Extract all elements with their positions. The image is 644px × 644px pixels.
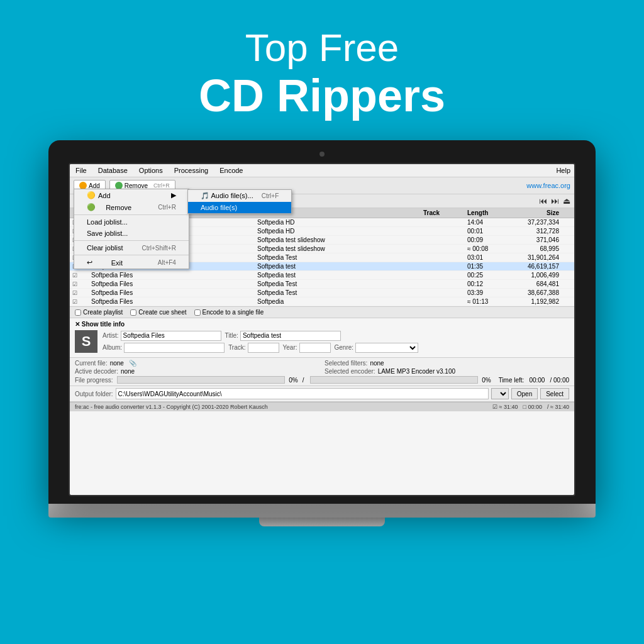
laptop-base	[48, 504, 596, 518]
row-size: 46,619,157	[511, 263, 562, 270]
row-title: Softpedia Test	[257, 254, 423, 261]
hero-line2: CD Rippers	[199, 70, 445, 121]
select-button[interactable]: Select	[540, 388, 569, 399]
row-title: Softpedia Test	[257, 289, 423, 296]
output-path-input[interactable]	[116, 388, 489, 399]
row-size: 312,728	[511, 228, 562, 235]
time-right-value: / 00:00	[550, 377, 569, 384]
menu-file[interactable]: File	[74, 166, 89, 175]
menu-database[interactable]: Database	[96, 166, 130, 175]
row-length: 03:01	[467, 254, 511, 261]
row-check[interactable]: ☑	[72, 299, 91, 305]
row-title: Softpedia test	[257, 263, 423, 270]
row-check[interactable]: ☑	[72, 290, 91, 296]
submenu-audio-files[interactable]: Audio file(s)	[188, 202, 291, 213]
row-size: 38,667,388	[511, 289, 562, 296]
skip-end-button[interactable]: ⏭	[551, 196, 559, 206]
genre-select[interactable]	[355, 343, 418, 353]
album-label: Album:	[103, 344, 122, 351]
create-playlist-checkbox[interactable]	[75, 309, 81, 316]
file-row[interactable]: ☑ Softpedia Files Softpedia Test 03:39 3…	[70, 289, 574, 297]
laptop-screen: File Database Options Processing Encode …	[69, 163, 575, 496]
row-title: Softpedia	[257, 298, 423, 305]
create-cue-sheet-checkbox[interactable]	[130, 309, 136, 316]
file-row[interactable]: ☑ Softpedia Files Softpedia Test 00:12 6…	[70, 280, 574, 289]
row-size: 68,995	[511, 245, 562, 252]
menu-processing[interactable]: Processing	[172, 166, 210, 175]
file-row[interactable]: ☑ Softpedia Files Softpedia test 00:25 1…	[70, 271, 574, 280]
title-info-toggle[interactable]: ✕ Show title info	[75, 321, 569, 328]
status-bar: fre:ac - free audio converter v1.1.3 - C…	[70, 402, 574, 411]
laptop-stand	[259, 518, 385, 526]
dropdown-remove[interactable]: 🟢 Remove Ctrl+R	[74, 201, 189, 213]
website-link[interactable]: www.freac.org	[526, 182, 570, 189]
time-left-value: 00:00	[529, 377, 545, 384]
row-length: 00:01	[467, 228, 511, 235]
file-progress-row: File progress: 0% / 0% Time left: 00:00 …	[75, 376, 569, 384]
file-dropdown-menu: 🟡 Add ▶ 🎵 Audio file(s)... Ctrl+F Audio …	[74, 189, 189, 269]
row-title: Softpedia HD	[257, 228, 423, 235]
track-input[interactable]	[248, 343, 279, 353]
output-path-dropdown[interactable]	[491, 388, 509, 399]
dropdown-exit[interactable]: ↩ Exit Alt+F4	[74, 257, 189, 269]
status-bar-count3: / ≈ 31:40	[547, 404, 569, 410]
create-cue-sheet-option[interactable]: Create cue sheet	[130, 309, 186, 316]
create-playlist-option[interactable]: Create playlist	[75, 309, 123, 316]
divider1	[74, 214, 189, 215]
track-label: Track:	[228, 344, 245, 351]
year-field-group: Year:	[283, 343, 331, 353]
title-label: Title:	[225, 332, 238, 339]
row-check[interactable]: ☑	[72, 281, 91, 287]
file-dropdown: 🟡 Add ▶ 🎵 Audio file(s)... Ctrl+F Audio …	[74, 189, 189, 269]
menu-help[interactable]: Help	[556, 167, 570, 174]
skip-start-button[interactable]: ⏮	[539, 196, 547, 206]
row-size: 31,901,264	[511, 254, 562, 261]
current-file-value: none	[110, 360, 124, 367]
row-length: 00:25	[467, 272, 511, 279]
active-decoder-label: Active decoder:	[75, 368, 118, 375]
open-button[interactable]: Open	[511, 388, 538, 399]
year-input[interactable]	[299, 343, 331, 353]
row-artist: Softpedia Files	[91, 272, 257, 279]
row-title: Softpedia HD	[257, 219, 423, 226]
row-check[interactable]: ☑	[72, 272, 91, 279]
title-info-toggle-label: ✕ Show title info	[75, 321, 125, 328]
dropdown-save-joblist[interactable]: Save joblist...	[74, 228, 189, 239]
file-row[interactable]: ☑ Softpedia Files Softpedia ≈ 01:13 1,19…	[70, 297, 574, 306]
eject-button[interactable]: ⏏	[563, 196, 570, 206]
row-length: 00:12	[467, 280, 511, 287]
status-bar-count1: ☑ ≈ 31:40	[492, 404, 518, 410]
encode-single-label: Encode to a single file	[203, 309, 264, 316]
dropdown-clear-joblist[interactable]: Clear joblist Ctrl+Shift+R	[74, 242, 189, 253]
row-artist: Softpedia Files	[91, 298, 257, 305]
title-input[interactable]	[240, 331, 341, 341]
file-progress-pct: 0%	[289, 377, 297, 384]
file-progress-label: File progress:	[75, 377, 113, 384]
submenu-audio-files-shortcut[interactable]: 🎵 Audio file(s)... Ctrl+F	[188, 190, 291, 202]
output-folder-label: Output folder:	[75, 391, 113, 397]
artist-label: Artist:	[103, 332, 119, 339]
title-field-group: Title:	[225, 331, 341, 341]
current-file-row: Current file: none 📎	[75, 360, 319, 367]
hero-section: Top Free CD Rippers	[199, 0, 445, 121]
album-input[interactable]	[124, 343, 225, 353]
divider3	[74, 255, 189, 255]
create-cue-sheet-label: Create cue sheet	[138, 309, 186, 316]
dropdown-load-joblist[interactable]: Load joblist...	[74, 216, 189, 228]
row-length: 01:35	[467, 263, 511, 270]
file-icon: 📎	[129, 360, 136, 367]
encode-single-option[interactable]: Encode to a single file	[194, 309, 264, 316]
col-track: Track	[423, 209, 467, 216]
album-field-group: Album:	[103, 343, 225, 353]
encode-single-checkbox[interactable]	[194, 309, 201, 316]
avatar-letter: S	[82, 333, 91, 350]
dropdown-add[interactable]: 🟡 Add ▶ 🎵 Audio file(s)... Ctrl+F Audio …	[74, 189, 189, 201]
menu-options[interactable]: Options	[137, 166, 165, 175]
remove-icon: 🟢	[87, 203, 96, 211]
artist-input[interactable]	[121, 331, 221, 341]
file-progress-separator: /	[303, 377, 304, 384]
row-title: Softpedia test slideshow	[257, 245, 423, 252]
menu-bar: File Database Options Processing Encode …	[70, 164, 574, 177]
col-size: Size	[511, 209, 562, 216]
menu-encode[interactable]: Encode	[218, 166, 245, 175]
